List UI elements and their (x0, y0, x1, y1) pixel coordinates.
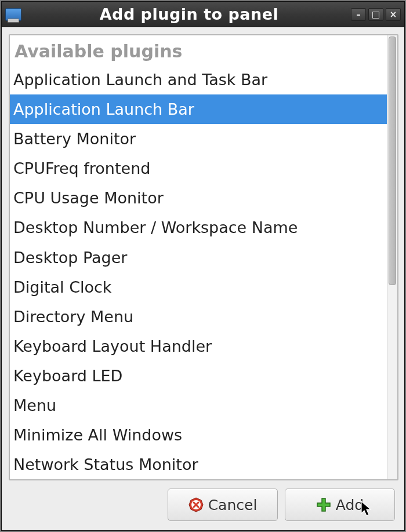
cancel-button[interactable]: Cancel (168, 489, 278, 521)
window-title: Add plugin to panel (27, 5, 351, 23)
minimize-button[interactable]: – (351, 8, 366, 21)
list-item-label: Desktop Pager (13, 249, 127, 267)
dialog-buttons: Cancel Add (9, 480, 398, 524)
list-item[interactable]: Keyboard Layout Handler (10, 331, 387, 361)
list-item[interactable]: CPUFreq frontend (10, 154, 387, 183)
list-item-label: Keyboard Layout Handler (13, 337, 212, 355)
list-section-header: Available plugins (10, 35, 387, 65)
cancel-icon (188, 497, 204, 512)
list-item[interactable]: Desktop Pager (10, 243, 387, 272)
plugin-list-frame: Available plugins Application Launch and… (9, 34, 398, 480)
cancel-button-label: Cancel (208, 497, 258, 513)
list-item-label: Directory Menu (13, 308, 133, 326)
add-button[interactable]: Add (285, 489, 395, 521)
list-item[interactable]: Application Launch Bar (10, 94, 387, 124)
list-item-label: Battery Monitor (13, 130, 136, 148)
list-item[interactable]: Keyboard LED (10, 361, 387, 391)
list-item-label: Application Launch and Task Bar (13, 71, 267, 89)
dialog-content: Available plugins Application Launch and… (2, 27, 404, 530)
scroll-thumb[interactable] (389, 37, 396, 285)
list-item[interactable]: Digital Clock (10, 272, 387, 302)
dialog-window: Add plugin to panel – □ × Available plug… (1, 1, 405, 531)
add-icon (316, 497, 331, 512)
list-item[interactable]: Menu (10, 391, 387, 420)
list-item-label: Application Launch Bar (13, 100, 194, 118)
list-item[interactable]: Network Status Monitor (10, 450, 387, 479)
titlebar[interactable]: Add plugin to panel – □ × (2, 2, 404, 27)
maximize-button[interactable]: □ (368, 8, 383, 21)
list-item[interactable]: Application Launch and Task Bar (10, 65, 387, 94)
list-item-label: Desktop Number / Workspace Name (13, 218, 298, 236)
monitor-icon (5, 8, 21, 21)
scrollbar[interactable] (387, 35, 397, 479)
list-item[interactable]: Directory Menu (10, 302, 387, 331)
add-button-label: Add (336, 497, 364, 513)
list-item-label: Minimize All Windows (13, 426, 182, 444)
list-item-label: Keyboard LED (13, 367, 122, 385)
list-item-label: Menu (13, 396, 56, 414)
list-item-label: Digital Clock (13, 278, 112, 296)
close-button[interactable]: × (386, 8, 401, 21)
list-item-label: CPU Usage Monitor (13, 189, 164, 207)
list-item[interactable]: Minimize All Windows (10, 420, 387, 450)
list-item[interactable]: Desktop Number / Workspace Name (10, 213, 387, 242)
plugin-list[interactable]: Available plugins Application Launch and… (10, 35, 387, 479)
list-item-label: CPUFreq frontend (13, 159, 150, 177)
list-item[interactable]: CPU Usage Monitor (10, 183, 387, 213)
window-controls: – □ × (351, 8, 401, 21)
list-item-label: Network Status Monitor (13, 456, 198, 473)
list-item[interactable]: Battery Monitor (10, 124, 387, 154)
